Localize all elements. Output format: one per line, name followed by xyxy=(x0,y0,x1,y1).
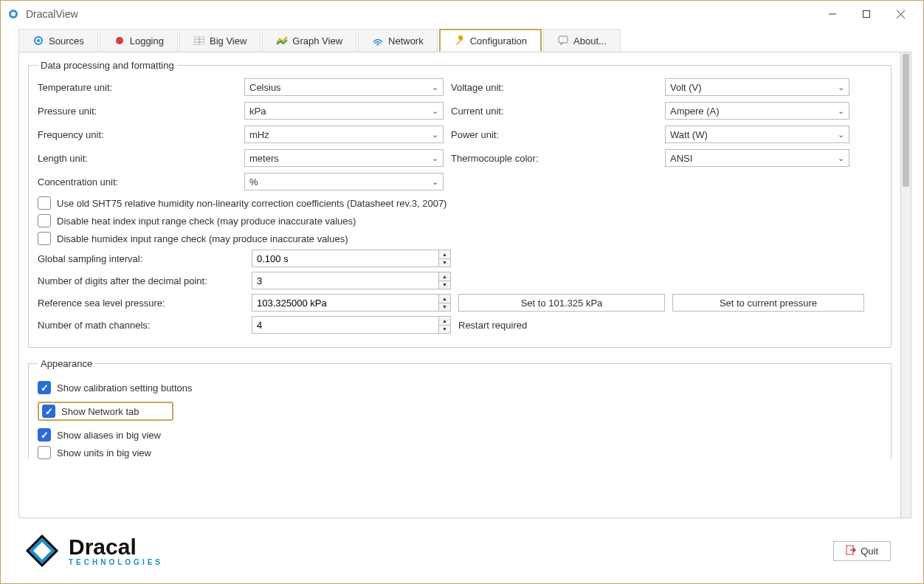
step-down-icon[interactable]: ▼ xyxy=(439,326,450,334)
tab-graphview[interactable]: Graph View xyxy=(262,29,356,52)
chevron-down-icon: ⌄ xyxy=(432,130,438,140)
restart-note: Restart required xyxy=(458,320,882,331)
tab-sources[interactable]: Sources xyxy=(18,29,98,52)
heat-index-label: Disable heat index input range check (ma… xyxy=(57,216,356,227)
thermocouple-label: Thermocouple color: xyxy=(451,153,665,164)
show-network-checkbox[interactable] xyxy=(42,405,55,418)
math-channels-label: Number of math channels: xyxy=(38,320,244,331)
current-unit-select[interactable]: Ampere (A)⌄ xyxy=(665,102,849,120)
grid-icon xyxy=(193,35,205,47)
exit-icon xyxy=(846,545,856,557)
show-network-label: Show Network tab xyxy=(61,406,169,417)
set-default-pressure-button[interactable]: Set to 101.325 kPa xyxy=(458,294,665,312)
minimize-button[interactable] xyxy=(816,2,849,26)
step-up-icon[interactable]: ▲ xyxy=(439,295,450,303)
concentration-unit-label: Concentration unit: xyxy=(38,176,244,188)
tab-bigview[interactable]: Big View xyxy=(179,29,261,52)
configuration-panel: Data processing and formatting Temperatu… xyxy=(18,52,901,518)
length-unit-select[interactable]: meters⌄ xyxy=(244,149,444,167)
group-legend: Data processing and formatting xyxy=(38,60,177,71)
svg-point-8 xyxy=(116,37,123,44)
step-up-icon[interactable]: ▲ xyxy=(439,272,450,281)
chevron-down-icon: ⌄ xyxy=(432,106,438,116)
dracal-logo: Dracal TECHNOLOGIES xyxy=(23,532,163,570)
chevron-down-icon: ⌄ xyxy=(432,83,438,92)
step-down-icon[interactable]: ▼ xyxy=(439,259,450,267)
chevron-down-icon: ⌄ xyxy=(838,130,844,140)
show-calibration-checkbox[interactable] xyxy=(38,381,51,394)
tab-about[interactable]: About... xyxy=(543,29,621,52)
scrollbar[interactable] xyxy=(901,52,911,518)
step-down-icon[interactable]: ▼ xyxy=(439,303,450,312)
pressure-unit-label: Pressure unit: xyxy=(38,106,244,117)
humidex-checkbox[interactable] xyxy=(38,232,51,245)
chevron-down-icon: ⌄ xyxy=(432,154,438,163)
math-channels-input[interactable]: ▲▼ xyxy=(252,316,451,334)
svg-rect-14 xyxy=(559,36,568,43)
wrench-icon xyxy=(454,35,466,47)
appearance-group: Appearance Show calibration setting butt… xyxy=(28,358,892,459)
tab-label: Big View xyxy=(210,35,246,47)
tab-label: Network xyxy=(388,35,424,47)
show-aliases-checkbox[interactable] xyxy=(38,428,51,442)
thermocouple-select[interactable]: ANSI⌄ xyxy=(665,149,849,167)
show-aliases-label: Show aliases in big view xyxy=(57,430,161,441)
decimal-digits-input[interactable]: ▲▼ xyxy=(252,272,451,289)
tab-network[interactable]: Network xyxy=(358,29,438,52)
tab-logging[interactable]: Logging xyxy=(100,29,178,52)
app-window: DracalView Sources Logging Big View Grap… xyxy=(0,0,924,584)
length-unit-label: Length unit: xyxy=(38,153,244,164)
ref-pressure-label: Reference sea level pressure: xyxy=(38,298,244,309)
chevron-down-icon: ⌄ xyxy=(838,154,844,163)
wifi-icon xyxy=(372,35,384,47)
power-unit-select[interactable]: Watt (W)⌄ xyxy=(665,126,849,143)
window-title: DracalView xyxy=(26,8,78,20)
tab-label: Logging xyxy=(130,35,164,47)
show-units-checkbox[interactable] xyxy=(38,446,51,459)
tab-label: Configuration xyxy=(470,35,527,47)
logo-subtext: TECHNOLOGIES xyxy=(69,558,163,566)
chevron-down-icon: ⌄ xyxy=(432,177,438,187)
voltage-unit-label: Voltage unit: xyxy=(451,82,665,93)
speech-icon xyxy=(557,35,569,47)
record-icon xyxy=(114,35,125,47)
set-current-pressure-button[interactable]: Set to current pressure xyxy=(672,294,864,312)
sht75-checkbox[interactable] xyxy=(38,196,51,210)
pressure-unit-select[interactable]: kPa⌄ xyxy=(244,102,444,120)
tab-bar: Sources Logging Big View Graph View Netw… xyxy=(1,27,923,52)
concentration-unit-select[interactable]: %⌄ xyxy=(244,173,444,190)
show-calibration-label: Show calibration setting buttons xyxy=(57,382,193,394)
tab-configuration[interactable]: Configuration xyxy=(439,29,542,52)
svg-rect-3 xyxy=(863,11,870,18)
voltage-unit-select[interactable]: Volt (V)⌄ xyxy=(665,78,849,96)
step-up-icon[interactable]: ▲ xyxy=(439,317,450,326)
step-down-icon[interactable]: ▼ xyxy=(439,281,450,289)
gear-icon xyxy=(32,35,44,47)
maximize-button[interactable] xyxy=(849,2,883,26)
current-unit-label: Current unit: xyxy=(451,106,665,117)
chevron-down-icon: ⌄ xyxy=(838,106,844,116)
tab-label: Graph View xyxy=(292,35,342,47)
sht75-label: Use old SHT75 relative humidity non-line… xyxy=(57,198,447,209)
humidex-label: Disable humidex input range check (may p… xyxy=(57,233,348,244)
sampling-interval-input[interactable]: ▲▼ xyxy=(252,250,451,267)
chevron-down-icon: ⌄ xyxy=(838,83,844,92)
quit-button[interactable]: Quit xyxy=(833,541,891,561)
close-button[interactable] xyxy=(883,2,917,26)
heat-index-checkbox[interactable] xyxy=(38,214,51,227)
logo-text: Dracal xyxy=(69,536,163,558)
highlighted-option: Show Network tab xyxy=(38,402,173,421)
titlebar: DracalView xyxy=(1,1,923,27)
step-up-icon[interactable]: ▲ xyxy=(439,250,450,259)
tab-label: Sources xyxy=(49,35,84,47)
frequency-unit-select[interactable]: mHz⌄ xyxy=(244,126,444,143)
group-legend: Appearance xyxy=(38,358,95,369)
scrollbar-thumb[interactable] xyxy=(903,54,909,187)
svg-point-13 xyxy=(377,44,379,46)
temperature-unit-select[interactable]: Celsius⌄ xyxy=(244,78,444,96)
ref-pressure-input[interactable]: ▲▼ xyxy=(252,294,451,312)
footer: Dracal TECHNOLOGIES Quit xyxy=(1,518,923,583)
logo-icon xyxy=(23,532,61,570)
tab-label: About... xyxy=(573,35,607,47)
app-icon xyxy=(7,7,20,21)
